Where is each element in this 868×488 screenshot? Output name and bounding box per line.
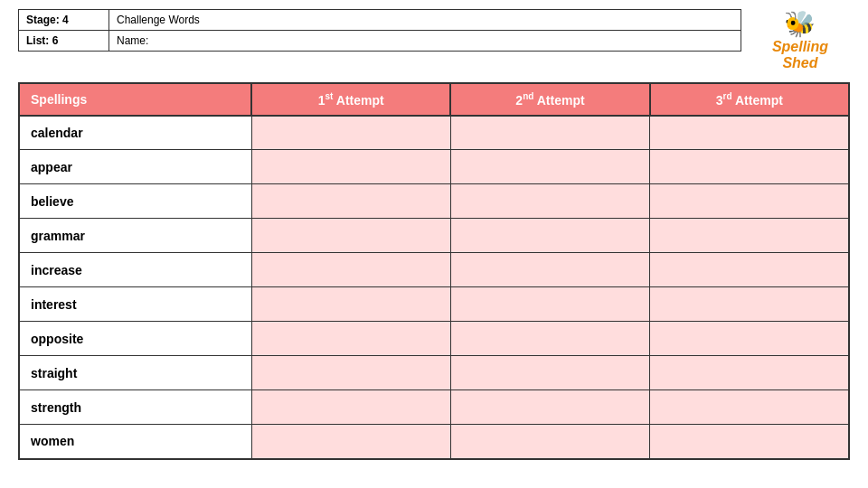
attempt-cell-3[interactable] [650,116,849,150]
col-header-attempt2: 2nd Attempt [450,83,649,116]
table-row: increase [19,253,849,287]
table-row: women [19,425,849,459]
word-cell: grammar [19,219,251,253]
attempt-cell-2[interactable] [450,184,649,219]
attempt1-prefix: 1 [318,93,326,108]
attempt3-prefix: 3 [716,93,723,108]
attempt2-suffix: Attempt [533,93,584,108]
attempt1-suffix: Attempt [333,93,383,108]
attempt-cell-3[interactable] [650,425,849,459]
attempt-cell-3[interactable] [650,253,849,287]
attempt-cell-1[interactable] [251,287,450,322]
table-row: appear [19,150,849,184]
attempt-cell-1[interactable] [251,425,450,459]
attempt-cell-1[interactable] [251,253,450,287]
page: Stage: 4 Challenge Words List: 6 Name: 🐝… [0,0,868,488]
logo-shed: Shed [782,55,817,70]
header: Stage: 4 Challenge Words List: 6 Name: 🐝… [18,9,850,71]
attempt3-sup: rd [723,91,732,101]
attempt2-prefix: 2 [515,93,523,108]
attempt-cell-2[interactable] [450,253,649,287]
attempt-cell-1[interactable] [251,322,450,356]
attempt-cell-2[interactable] [450,219,649,253]
word-cell: opposite [19,322,251,356]
attempt-cell-1[interactable] [251,219,450,253]
word-cell: believe [19,184,251,219]
word-cell: calendar [19,116,251,150]
spellings-table: Spellings 1st Attempt 2nd Attempt 3rd At… [18,82,850,460]
name-label: Name: [109,31,741,51]
table-header-row: Spellings 1st Attempt 2nd Attempt 3rd At… [19,83,849,116]
word-cell: straight [19,356,251,390]
header-info: Stage: 4 Challenge Words List: 6 Name: [18,9,741,52]
logo-text: Spelling Shed [772,39,828,71]
list-label: List: 6 [19,31,109,51]
attempt-cell-3[interactable] [650,287,849,322]
attempt-cell-3[interactable] [650,356,849,390]
logo-area: 🐝 Spelling Shed [741,9,850,71]
table-row: believe [19,184,849,219]
attempt-cell-3[interactable] [650,184,849,219]
attempt-cell-2[interactable] [450,287,649,322]
attempt-cell-1[interactable] [251,184,450,219]
bee-icon: 🐝 [772,9,828,39]
col-header-spellings: Spellings [19,83,251,116]
table-row: grammar [19,219,849,253]
attempt-cell-2[interactable] [450,390,649,425]
word-cell: interest [19,287,251,322]
attempt-cell-1[interactable] [251,116,450,150]
stage-row: Stage: 4 Challenge Words [19,10,741,31]
attempt2-sup: nd [523,91,533,101]
attempt-cell-3[interactable] [650,219,849,253]
list-row: List: 6 Name: [19,31,741,51]
attempt-cell-2[interactable] [450,356,649,390]
attempt-cell-3[interactable] [650,150,849,184]
attempt-cell-3[interactable] [650,322,849,356]
word-cell: increase [19,253,251,287]
word-cell: strength [19,390,251,425]
table-row: calendar [19,116,849,150]
stage-label: Stage: 4 [19,10,109,30]
attempt-cell-1[interactable] [251,390,450,425]
challenge-value: Challenge Words [109,10,741,30]
table-row: opposite [19,322,849,356]
table-row: interest [19,287,849,322]
table-row: strength [19,390,849,425]
spelling-shed-logo: 🐝 Spelling Shed [772,9,828,71]
attempt-cell-1[interactable] [251,356,450,390]
attempt-cell-1[interactable] [251,150,450,184]
attempt-cell-2[interactable] [450,150,649,184]
logo-spelling: Spelling [772,39,828,54]
attempt-cell-3[interactable] [650,390,849,425]
word-cell: women [19,425,251,459]
attempt3-suffix: Attempt [732,93,783,108]
attempt-cell-2[interactable] [450,322,649,356]
col-header-attempt3: 3rd Attempt [650,83,849,116]
table-row: straight [19,356,849,390]
attempt-cell-2[interactable] [450,425,649,459]
word-cell: appear [19,150,251,184]
col-header-attempt1: 1st Attempt [251,83,450,116]
attempt-cell-2[interactable] [450,116,649,150]
